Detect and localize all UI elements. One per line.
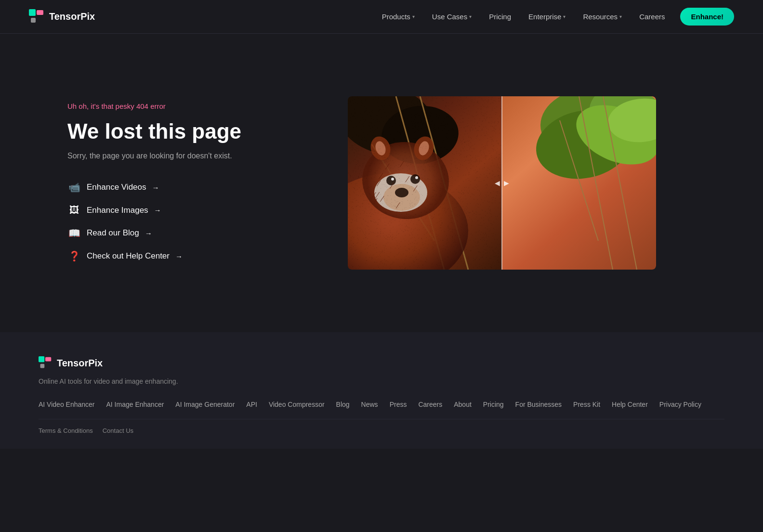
products-chevron-icon: ▾ <box>412 14 415 19</box>
video-icon: 📹 <box>67 182 81 193</box>
image-panel: ◀ ▶ <box>308 96 696 270</box>
footer-link-privacy-policy[interactable]: Privacy Policy <box>654 400 707 409</box>
read-blog-link[interactable]: 📖 Read our Blog → <box>67 225 270 241</box>
svg-rect-2 <box>31 18 36 23</box>
main-nav: Products ▾ Use Cases ▾ Pricing Enterpris… <box>375 8 734 26</box>
enhance-images-link[interactable]: 🖼 Enhance Images → <box>67 203 270 218</box>
enhance-videos-link[interactable]: 📹 Enhance Videos → <box>67 180 270 195</box>
footer-link-news[interactable]: News <box>355 400 384 409</box>
quick-links: 📹 Enhance Videos → 🖼 Enhance Images → 📖 … <box>67 180 270 264</box>
footer-link-blog[interactable]: Blog <box>330 400 355 409</box>
footer-logo[interactable]: TensorPix <box>39 356 724 370</box>
nav-careers[interactable]: Careers <box>632 9 671 25</box>
nav-resources[interactable]: Resources ▾ <box>576 9 629 25</box>
svg-rect-3 <box>39 356 44 362</box>
footer-links: AI Video Enhancer AI Image Enhancer AI I… <box>39 400 724 409</box>
footer-link-pricing[interactable]: Pricing <box>477 400 510 409</box>
comparison-image: ◀ ▶ <box>348 96 656 270</box>
svg-rect-1 <box>37 10 43 15</box>
help-icon: ❓ <box>67 250 81 262</box>
footer-link-press[interactable]: Press <box>384 400 413 409</box>
nav-enterprise[interactable]: Enterprise ▾ <box>522 9 572 25</box>
help-center-link[interactable]: ❓ Check out Help Center → <box>67 248 270 264</box>
nav-pricing[interactable]: Pricing <box>482 9 518 25</box>
enterprise-chevron-icon: ▾ <box>563 14 566 19</box>
footer-link-about[interactable]: About <box>448 400 477 409</box>
footer-link-press-kit[interactable]: Press Kit <box>567 400 606 409</box>
footer-logo-icon <box>39 356 52 370</box>
footer-link-for-businesses[interactable]: For Businesses <box>510 400 567 409</box>
main-content: Uh oh, it's that pesky 404 error We lost… <box>0 34 763 332</box>
footer-link-ai-video[interactable]: AI Video Enhancer <box>39 400 101 409</box>
divider-arrows: ◀ ▶ <box>495 179 509 187</box>
error-panel: Uh oh, it's that pesky 404 error We lost… <box>67 102 270 264</box>
help-center-label: Check out Help Center <box>87 251 170 261</box>
blog-icon: 📖 <box>67 227 81 239</box>
enhance-images-label: Enhance Images <box>87 206 148 215</box>
footer-tagline: Online AI tools for video and image enha… <box>39 377 724 385</box>
enhance-button[interactable]: Enhance! <box>680 8 734 26</box>
resources-chevron-icon: ▾ <box>619 14 622 19</box>
site-footer: TensorPix Online AI tools for video and … <box>0 332 763 449</box>
svg-rect-0 <box>29 9 36 16</box>
left-arrow-icon: ◀ <box>495 179 500 187</box>
logo[interactable]: TensorPix <box>29 9 95 25</box>
right-arrow-icon: ▶ <box>504 179 509 187</box>
arrow-icon-0: → <box>152 183 159 192</box>
page-subtitle: Sorry, the page you are looking for does… <box>67 152 270 160</box>
footer-link-api[interactable]: API <box>240 400 263 409</box>
terms-link[interactable]: Terms & Conditions <box>39 427 93 434</box>
footer-link-ai-image[interactable]: AI Image Enhancer <box>101 400 170 409</box>
footer-link-careers[interactable]: Careers <box>412 400 448 409</box>
read-blog-label: Read our Blog <box>87 228 139 238</box>
svg-rect-4 <box>45 357 51 362</box>
nav-use-cases[interactable]: Use Cases ▾ <box>425 9 478 25</box>
image-icon: 🖼 <box>67 205 81 216</box>
enhance-videos-label: Enhance Videos <box>87 182 146 192</box>
footer-bottom: Terms & Conditions Contact Us <box>39 427 724 434</box>
footer-logo-text: TensorPix <box>57 358 103 369</box>
footer-link-video-compressor[interactable]: Video Compressor <box>263 400 330 409</box>
use-cases-chevron-icon: ▾ <box>469 14 472 19</box>
contact-link[interactable]: Contact Us <box>103 427 133 434</box>
page-title: We lost this page <box>67 119 270 144</box>
nav-products[interactable]: Products ▾ <box>375 9 421 25</box>
logo-icon <box>29 9 44 25</box>
error-label: Uh oh, it's that pesky 404 error <box>67 102 270 110</box>
arrow-icon-2: → <box>145 229 152 237</box>
arrow-icon-3: → <box>175 252 183 260</box>
footer-link-ai-generator[interactable]: AI Image Generator <box>170 400 240 409</box>
logo-text: TensorPix <box>49 11 95 22</box>
arrow-icon-1: → <box>154 206 161 214</box>
footer-link-help-center[interactable]: Help Center <box>606 400 654 409</box>
svg-rect-5 <box>40 364 45 368</box>
footer-divider <box>39 419 724 419</box>
site-header: TensorPix Products ▾ Use Cases ▾ Pricing… <box>0 0 763 34</box>
